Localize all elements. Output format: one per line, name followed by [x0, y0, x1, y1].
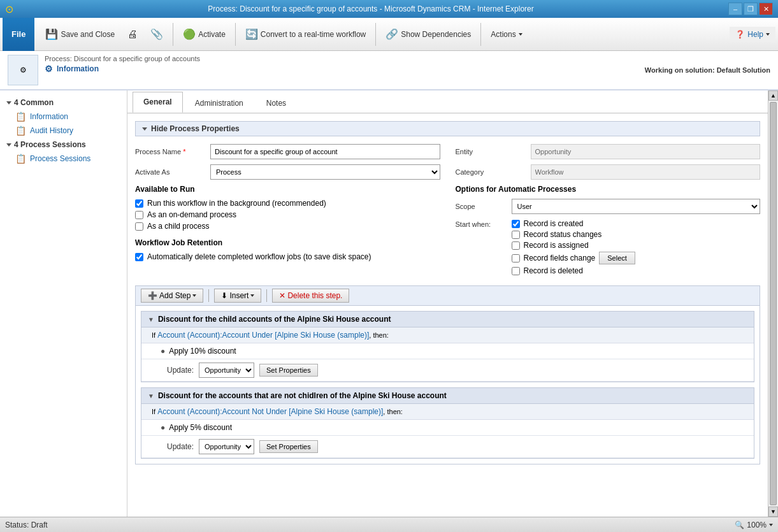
- start-when-row: Start when: Record is created Record sta…: [456, 219, 761, 275]
- run-background-checkbox[interactable]: [135, 199, 143, 208]
- app-header-subtitle: Process: Discount for a specific group o…: [45, 55, 200, 62]
- record-created-checkbox[interactable]: [512, 220, 520, 228]
- process-sessions-collapse-icon: [6, 143, 11, 147]
- convert-button[interactable]: 🔄 Convert to a real-time workflow: [240, 20, 371, 48]
- page-title: ⚙ Information: [45, 64, 200, 74]
- app-header-left: ⚙ Process: Discount for a specific group…: [8, 55, 200, 85]
- print-button[interactable]: 🖨: [122, 20, 143, 48]
- record-status-label: Record status changes: [524, 230, 602, 239]
- show-dependencies-button[interactable]: 🔗 Show Dependencies: [380, 20, 477, 48]
- actions-dropdown-icon: [519, 33, 522, 36]
- scroll-thumb[interactable]: [770, 102, 777, 505]
- scroll-down-button[interactable]: ▼: [768, 507, 778, 517]
- update-label-2: Update:: [167, 442, 194, 451]
- start-option-2: Record is assigned: [512, 241, 635, 250]
- record-deleted-label: Record is deleted: [524, 266, 583, 275]
- check2-label: As an on-demand process: [147, 210, 236, 219]
- on-demand-checkbox[interactable]: [135, 211, 143, 219]
- start-option-4: Record is deleted: [512, 266, 635, 275]
- sidebar-item-audit-history[interactable]: 📋 Audit History: [0, 124, 127, 138]
- check1-row: Run this workflow in the background (rec…: [135, 199, 440, 208]
- file-button[interactable]: File: [3, 18, 34, 51]
- step2-set-props-button[interactable]: Set Properties: [259, 440, 318, 453]
- form-grid: Process Name Activate As Process Availab…: [135, 144, 760, 275]
- activate-button[interactable]: 🟢 Activate: [177, 20, 231, 48]
- help-dropdown-icon: [766, 33, 770, 36]
- audit-icon: 📋: [15, 126, 26, 136]
- actions-button[interactable]: Actions: [485, 20, 528, 48]
- sidebar-item-information[interactable]: 📋 Information: [0, 110, 127, 124]
- separator-1: [173, 23, 173, 46]
- sidebar-item-process-sessions[interactable]: 📋 Process Sessions: [0, 152, 127, 166]
- step-block-1: ▼ Discount for the child accounts of the…: [141, 311, 754, 382]
- add-step-button[interactable]: ➕ Add Step: [141, 289, 203, 303]
- record-assigned-checkbox[interactable]: [512, 241, 520, 250]
- dependencies-icon: 🔗: [385, 28, 398, 40]
- process-sessions-group-header[interactable]: 4 Process Sessions: [0, 138, 127, 152]
- scrollbar[interactable]: ▲ ▼: [768, 90, 778, 517]
- action-bullet-2: ●: [161, 423, 165, 432]
- check4-row: Automatically delete completed workflow …: [135, 252, 440, 261]
- child-process-checkbox[interactable]: [135, 222, 143, 231]
- start-option-0: Record is created: [512, 219, 635, 228]
- workflow-area: ➕ Add Step ⬇ Insert ✕ Delete this step.: [135, 285, 760, 464]
- start-option-3: Record fields change Select: [512, 252, 635, 264]
- step1-collapse-icon: ▼: [148, 316, 154, 323]
- step2-action: ● Apply 5% discount: [141, 420, 754, 436]
- attach-button[interactable]: 📎: [145, 20, 169, 48]
- entity-input: [531, 144, 761, 159]
- step2-condition-link[interactable]: Account (Account):Account Not Under [Alp…: [157, 407, 383, 416]
- common-group-header[interactable]: 4 Common: [0, 96, 127, 110]
- scope-select[interactable]: User: [512, 199, 761, 214]
- step1-condition: If Account (Account):Account Under [Alpi…: [141, 327, 754, 343]
- convert-icon: 🔄: [245, 28, 258, 40]
- start-when-options: Record is created Record status changes …: [512, 219, 635, 275]
- record-fields-checkbox[interactable]: [512, 254, 520, 262]
- tab-notes[interactable]: Notes: [256, 93, 297, 113]
- sidebar: 4 Common 📋 Information 📋 Audit History 4…: [0, 90, 127, 517]
- step1-update-select[interactable]: Opportunity: [199, 363, 254, 378]
- check3-row: As a child process: [135, 222, 440, 231]
- category-row: Category: [456, 164, 761, 180]
- title-bar: ⊙ Process: Discount for a specific group…: [0, 0, 778, 18]
- attach-icon: 📎: [150, 28, 163, 40]
- window-title: Process: Discount for a specific group o…: [13, 4, 728, 13]
- wf-separator-1: [208, 289, 209, 302]
- minimize-button[interactable]: –: [728, 3, 742, 15]
- help-button[interactable]: ❓ Help: [730, 27, 775, 42]
- activate-as-select[interactable]: Process: [210, 164, 440, 180]
- content-area: General Administration Notes Hide Proces…: [127, 90, 768, 517]
- main-layout: 4 Common 📋 Information 📋 Audit History 4…: [0, 90, 778, 517]
- insert-button[interactable]: ⬇ Insert: [214, 289, 261, 303]
- section-header[interactable]: Hide Process Properties: [135, 121, 760, 136]
- process-name-input[interactable]: [210, 144, 440, 159]
- delete-icon: ✕: [279, 291, 285, 300]
- check4-label: Automatically delete completed workflow …: [147, 252, 371, 261]
- activate-as-row: Activate As Process: [135, 164, 440, 180]
- save-and-close-button[interactable]: 💾 Save and Close: [40, 20, 120, 48]
- zoom-area: 🔍 100%: [735, 521, 773, 529]
- restore-button[interactable]: ❒: [744, 3, 758, 15]
- step1-set-props-button[interactable]: Set Properties: [259, 364, 318, 377]
- window-controls: – ❒ ✕: [728, 3, 773, 15]
- app-header-text: Process: Discount for a specific group o…: [45, 55, 200, 74]
- close-button[interactable]: ✕: [759, 3, 773, 15]
- solution-label: Working on solution: Default Solution: [645, 66, 770, 74]
- step2-condition: If Account (Account):Account Not Under […: [141, 404, 754, 420]
- help-icon: ❓: [735, 30, 745, 39]
- step1-condition-link[interactable]: Account (Account):Account Under [Alpine …: [157, 331, 369, 340]
- separator-2: [235, 23, 236, 46]
- wf-separator-2: [266, 289, 267, 302]
- select-button[interactable]: Select: [599, 252, 635, 264]
- activate-as-label: Activate As: [135, 168, 205, 176]
- record-deleted-checkbox[interactable]: [512, 267, 520, 275]
- scroll-up-button[interactable]: ▲: [768, 90, 778, 101]
- record-status-checkbox[interactable]: [512, 231, 520, 239]
- check2-row: As an on-demand process: [135, 210, 440, 219]
- delete-step-button[interactable]: ✕ Delete this step.: [272, 289, 349, 303]
- auto-delete-checkbox[interactable]: [135, 253, 143, 261]
- tab-administration[interactable]: Administration: [184, 93, 254, 113]
- step2-update-select[interactable]: Opportunity: [199, 439, 254, 454]
- tab-general[interactable]: General: [133, 92, 183, 113]
- process-sessions-icon: 📋: [15, 154, 26, 164]
